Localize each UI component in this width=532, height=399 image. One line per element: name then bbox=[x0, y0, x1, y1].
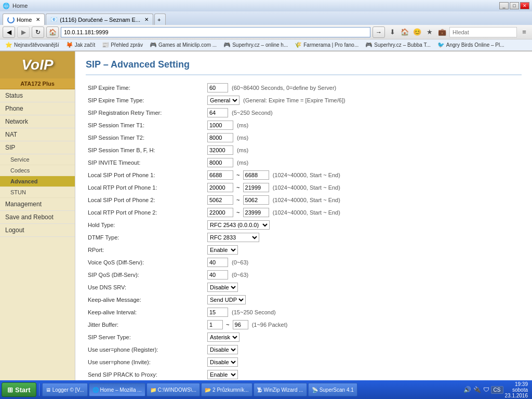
label-sip-reg-retry: SIP Registration Retry Timer: bbox=[86, 107, 205, 119]
tab-email-close-icon[interactable]: ✕ bbox=[144, 17, 149, 22]
select-user-phone-invite[interactable]: Disable Enable bbox=[207, 357, 238, 367]
note-sip-timer-bfh: (ms) bbox=[237, 147, 248, 153]
row-keepalive-interval: Keep-alive Interval: (15~250 Second) bbox=[86, 306, 522, 318]
go-button[interactable]: → bbox=[373, 26, 385, 38]
sidebar-model: ATA172 Plus bbox=[0, 78, 75, 89]
input-sip-timer-t2[interactable] bbox=[207, 133, 233, 142]
sidebar-item-network[interactable]: Network bbox=[0, 115, 75, 128]
search-input[interactable] bbox=[449, 27, 517, 37]
row-user-phone-register: Use user=phone (Register): Disable Enabl… bbox=[86, 343, 522, 356]
bookmark-2[interactable]: 🦊Jak začít bbox=[63, 41, 98, 49]
select-sip-server-type[interactable]: Asterisk bbox=[207, 332, 240, 342]
input-jitter-min[interactable] bbox=[207, 320, 223, 329]
input-voice-qos[interactable] bbox=[207, 258, 228, 267]
bookmark-icon[interactable]: ★ bbox=[424, 27, 435, 37]
bookmarks-bar: ⭐Nejnavštěvovanější 🦊Jak začít 📰Přehled … bbox=[0, 39, 532, 51]
sidebar-item-save-reboot[interactable]: Save and Reboot bbox=[0, 211, 75, 224]
sidebar-sub-stun[interactable]: STUN bbox=[0, 187, 75, 198]
select-hold-type[interactable]: RFC 2543 (0.0.0.0) bbox=[207, 220, 270, 230]
home-button[interactable]: 🏠 bbox=[46, 26, 59, 38]
tab-email[interactable]: 📧 (1116) Doručené – Seznam E... ✕ bbox=[46, 14, 153, 25]
maximize-button[interactable]: □ bbox=[510, 2, 519, 9]
tab-close-icon[interactable]: ✕ bbox=[36, 17, 40, 22]
new-tab-button[interactable]: + bbox=[154, 14, 166, 25]
select-dtmf-type[interactable]: RFC 2833 bbox=[207, 233, 259, 242]
input-sip-port2-end[interactable] bbox=[243, 195, 269, 205]
row-jitter-buffer: Jitter Buffer: ~ (1~96 Packet) bbox=[86, 318, 522, 331]
select-use-dns-srv[interactable]: Disable Enable bbox=[207, 283, 238, 292]
select-sip-prack[interactable]: Enable Disable bbox=[207, 370, 238, 379]
row-rport: RPort: Enable Disable bbox=[86, 244, 522, 256]
close-button[interactable]: ✕ bbox=[520, 2, 529, 9]
input-sip-timer-bfh[interactable] bbox=[207, 145, 233, 155]
menu-icon[interactable]: ≡ bbox=[519, 27, 529, 37]
input-sip-reg-retry[interactable] bbox=[207, 108, 228, 117]
settings-form: SIP Expire Time: (60~86400 Seconds, 0=de… bbox=[86, 82, 522, 381]
address-bar[interactable] bbox=[61, 27, 370, 37]
select-rport[interactable]: Enable Disable bbox=[207, 245, 238, 255]
bookmark-4[interactable]: 🎮Games at Miniclip.com ... bbox=[147, 41, 219, 49]
select-user-phone-register[interactable]: Disable Enable bbox=[207, 345, 238, 354]
input-sip-timer-t1[interactable] bbox=[207, 121, 233, 130]
bookmark-7[interactable]: 🎮Superhry.cz – Bubba T... bbox=[363, 41, 433, 49]
row-use-dns-srv: Use DNS SRV: Disable Enable bbox=[86, 281, 522, 294]
input-rtp-port2-start[interactable] bbox=[207, 208, 233, 217]
input-rtp-port1-end[interactable] bbox=[243, 183, 269, 192]
input-sip-invite-timeout[interactable] bbox=[207, 158, 233, 167]
note-sip-port1: (1024~40000, Start ~ End) bbox=[273, 172, 340, 178]
sidebar-sub-advanced[interactable]: Advanced bbox=[0, 176, 75, 187]
browser-chrome: 🌐 Home _ □ ✕ Home ✕ 📧 (1116) Doručené – … bbox=[0, 0, 532, 51]
sidebar-sub-codecs[interactable]: Codecs bbox=[0, 165, 75, 176]
note-keepalive-interval: (15~250 Second) bbox=[232, 309, 276, 315]
sidebar-item-status[interactable]: Status bbox=[0, 89, 75, 102]
nav-right-icons: ≡ bbox=[519, 27, 529, 37]
download-icon[interactable]: ⬇ bbox=[387, 27, 397, 37]
sidebar: VoIP ATA172 Plus Status Phone Network NA… bbox=[0, 51, 75, 381]
cell-sip-expire-time: (60~86400 Seconds, 0=define by Server) bbox=[205, 82, 522, 94]
input-sip-port1-start[interactable] bbox=[207, 170, 233, 180]
input-sip-port1-end[interactable] bbox=[243, 170, 269, 180]
minimize-button[interactable]: _ bbox=[499, 2, 509, 9]
bookmark-3[interactable]: 📰Přehled zpráv bbox=[99, 41, 145, 49]
input-sip-port2-start[interactable] bbox=[207, 195, 233, 205]
row-voice-qos: Voice QoS (Diff-Serv): (0~63) bbox=[86, 256, 522, 269]
input-jitter-max[interactable] bbox=[233, 320, 248, 329]
bookmark-8[interactable]: 🐦Angry Birds Online – Pl... bbox=[435, 41, 507, 49]
sidebar-item-logout[interactable]: Logout bbox=[0, 224, 75, 237]
sidebar-item-phone[interactable]: Phone bbox=[0, 102, 75, 115]
browser-title: Home bbox=[12, 3, 28, 9]
emoji-icon[interactable]: 😊 bbox=[412, 27, 422, 37]
input-sip-qos[interactable] bbox=[207, 270, 228, 280]
input-sip-expire-time[interactable] bbox=[207, 83, 228, 92]
back-button[interactable]: ◀ bbox=[3, 26, 15, 38]
bookmark-5[interactable]: 🎮Superhry.cz – online h... bbox=[221, 41, 290, 49]
select-keepalive-msg[interactable]: Send UDP bbox=[207, 295, 246, 304]
bookmark-1[interactable]: ⭐Nejnavštěvovanější bbox=[3, 41, 62, 49]
cell-local-rtp-port2: ~ (1024~40000, Start ~ End) bbox=[205, 206, 522, 219]
label-sip-timer-t1: SIP Session Timer T1: bbox=[86, 119, 205, 131]
cell-sip-invite-timeout: (ms) bbox=[205, 156, 522, 169]
cell-sip-timer-bfh: (ms) bbox=[205, 144, 522, 156]
row-dtmf-type: DTMF Type: RFC 2833 bbox=[86, 231, 522, 244]
select-sip-expire-type[interactable]: General bbox=[207, 96, 240, 105]
taskbar: ⊞ Start 🖥 Logger © [V... 🌐 Home – Mozill… bbox=[0, 380, 532, 381]
row-sip-expire-type: SIP Expire Time Type: General (General: … bbox=[86, 94, 522, 107]
cell-sip-timer-t1: (ms) bbox=[205, 119, 522, 131]
input-rtp-port2-end[interactable] bbox=[243, 208, 269, 217]
input-keepalive-interval[interactable] bbox=[207, 308, 228, 317]
briefcase-icon[interactable]: 💼 bbox=[437, 27, 447, 37]
label-sip-timer-t2: SIP Session Timer T2: bbox=[86, 131, 205, 144]
home-nav-icon[interactable]: 🏠 bbox=[400, 27, 410, 37]
forward-button[interactable]: ▶ bbox=[17, 26, 30, 38]
row-local-sip-port2: Local SIP Port of Phone 2: ~ (1024~40000… bbox=[86, 194, 522, 206]
sidebar-item-sip[interactable]: SIP bbox=[0, 141, 75, 154]
sidebar-item-nat[interactable]: NAT bbox=[0, 128, 75, 141]
sidebar-sub-service[interactable]: Service bbox=[0, 154, 75, 165]
sidebar-item-management[interactable]: Management bbox=[0, 198, 75, 211]
label-local-rtp-port2: Local RTP Port of Phone 2: bbox=[86, 206, 205, 219]
note-sip-reg-retry: (5~250 Second) bbox=[232, 110, 273, 116]
tab-home[interactable]: Home ✕ bbox=[3, 14, 45, 25]
refresh-button[interactable]: ↻ bbox=[32, 26, 44, 38]
input-rtp-port1-start[interactable] bbox=[207, 183, 233, 192]
bookmark-6[interactable]: 🌾Farmerama | Pro fano... bbox=[292, 41, 361, 49]
